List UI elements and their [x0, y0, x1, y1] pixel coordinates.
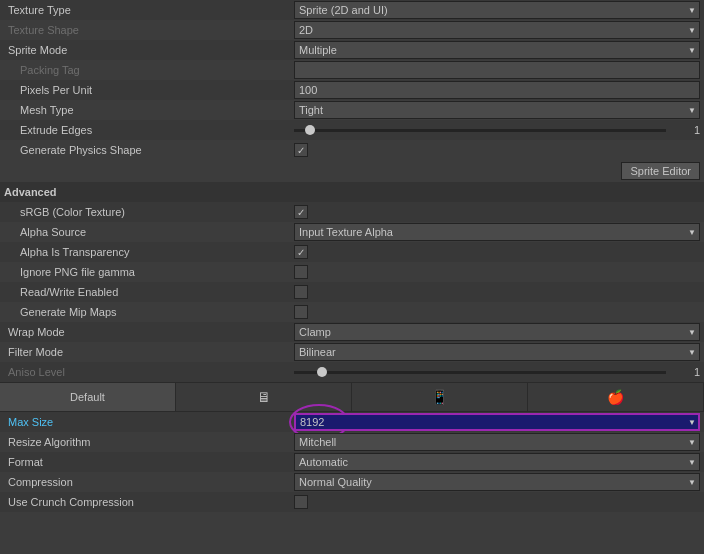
pixels-per-unit-value	[294, 81, 700, 99]
tab-ios[interactable]: 🍎	[528, 383, 704, 411]
read-write-checkbox[interactable]	[294, 285, 308, 299]
ignore-png-row: Ignore PNG file gamma	[0, 262, 704, 282]
srgb-label: sRGB (Color Texture)	[4, 206, 294, 218]
alpha-source-select[interactable]: Input Texture Alpha	[294, 223, 700, 241]
alpha-source-value: Input Texture Alpha	[294, 223, 700, 241]
use-crunch-checkbox[interactable]	[294, 495, 308, 509]
format-row: Format Automatic	[0, 452, 704, 472]
tab-default-label: Default	[70, 391, 105, 403]
advanced-label: Advanced	[4, 186, 57, 198]
mesh-type-value: Tight	[294, 101, 700, 119]
extrude-edges-slider-container: 1	[294, 124, 700, 136]
alpha-source-dropdown-wrapper[interactable]: Input Texture Alpha	[294, 223, 700, 241]
extrude-edges-row: Extrude Edges 1	[0, 120, 704, 140]
aniso-level-label: Aniso Level	[4, 366, 294, 378]
sprite-mode-dropdown-wrapper[interactable]: Multiple	[294, 41, 700, 59]
extrude-edges-slider[interactable]	[294, 129, 666, 132]
use-crunch-value	[294, 495, 700, 509]
sprite-mode-value: Multiple	[294, 41, 700, 59]
platform-tabs: Default 🖥 📱 🍎	[0, 382, 704, 412]
generate-mip-checkbox[interactable]	[294, 305, 308, 319]
wrap-mode-label: Wrap Mode	[4, 326, 294, 338]
generate-physics-value	[294, 143, 700, 157]
aniso-level-value: 1	[294, 366, 700, 378]
mesh-type-dropdown-wrapper[interactable]: Tight	[294, 101, 700, 119]
resize-algorithm-select[interactable]: Mitchell	[294, 433, 700, 451]
srgb-checkbox[interactable]	[294, 205, 308, 219]
alpha-transparency-label: Alpha Is Transparency	[4, 246, 294, 258]
compression-row: Compression Normal Quality	[0, 472, 704, 492]
srgb-value	[294, 205, 700, 219]
alpha-transparency-value	[294, 245, 700, 259]
generate-mip-row: Generate Mip Maps	[0, 302, 704, 322]
sprite-mode-select[interactable]: Multiple	[294, 41, 700, 59]
max-size-highlight-container: 8192 4096 2048 1024 512 256	[294, 413, 700, 431]
tab-default[interactable]: Default	[0, 383, 176, 411]
filter-mode-select[interactable]: Bilinear	[294, 343, 700, 361]
wrap-mode-select[interactable]: Clamp	[294, 323, 700, 341]
filter-mode-dropdown-wrapper[interactable]: Bilinear	[294, 343, 700, 361]
ignore-png-label: Ignore PNG file gamma	[4, 266, 294, 278]
read-write-label: Read/Write Enabled	[4, 286, 294, 298]
packing-tag-row: Packing Tag	[0, 60, 704, 80]
texture-shape-select[interactable]: 2D	[294, 21, 700, 39]
texture-type-select[interactable]: Sprite (2D and UI)	[294, 1, 700, 19]
use-crunch-row: Use Crunch Compression	[0, 492, 704, 512]
filter-mode-row: Filter Mode Bilinear	[0, 342, 704, 362]
android-icon: 📱	[431, 389, 448, 405]
texture-type-dropdown-wrapper[interactable]: Sprite (2D and UI)	[294, 1, 700, 19]
advanced-header: Advanced	[0, 182, 704, 202]
filter-mode-value: Bilinear	[294, 343, 700, 361]
max-size-select[interactable]: 8192 4096 2048 1024 512 256	[294, 413, 700, 431]
format-value: Automatic	[294, 453, 700, 471]
sprite-editor-button[interactable]: Sprite Editor	[621, 162, 700, 180]
ignore-png-checkbox[interactable]	[294, 265, 308, 279]
compression-value: Normal Quality	[294, 473, 700, 491]
read-write-value	[294, 285, 700, 299]
pixels-per-unit-row: Pixels Per Unit	[0, 80, 704, 100]
packing-tag-label: Packing Tag	[4, 64, 294, 76]
resize-algorithm-value: Mitchell	[294, 433, 700, 451]
max-size-value: 8192 4096 2048 1024 512 256	[294, 413, 700, 431]
extrude-edges-number: 1	[670, 124, 700, 136]
texture-type-row: Texture Type Sprite (2D and UI)	[0, 0, 704, 20]
wrap-mode-value: Clamp	[294, 323, 700, 341]
alpha-source-row: Alpha Source Input Texture Alpha	[0, 222, 704, 242]
sprite-mode-row: Sprite Mode Multiple	[0, 40, 704, 60]
texture-shape-dropdown-wrapper[interactable]: 2D	[294, 21, 700, 39]
format-dropdown-wrapper[interactable]: Automatic	[294, 453, 700, 471]
aniso-level-number: 1	[670, 366, 700, 378]
mesh-type-select[interactable]: Tight	[294, 101, 700, 119]
texture-shape-row: Texture Shape 2D	[0, 20, 704, 40]
texture-type-value: Sprite (2D and UI)	[294, 1, 700, 19]
texture-import-panel: Texture Type Sprite (2D and UI) Texture …	[0, 0, 704, 512]
tab-android[interactable]: 📱	[352, 383, 528, 411]
alpha-transparency-row: Alpha Is Transparency	[0, 242, 704, 262]
extrude-edges-value: 1	[294, 124, 700, 136]
sprite-mode-label: Sprite Mode	[4, 44, 294, 56]
pixels-per-unit-input[interactable]	[294, 81, 700, 99]
aniso-level-slider-container: 1	[294, 366, 700, 378]
srgb-row: sRGB (Color Texture)	[0, 202, 704, 222]
wrap-mode-row: Wrap Mode Clamp	[0, 322, 704, 342]
alpha-transparency-checkbox[interactable]	[294, 245, 308, 259]
compression-dropdown-wrapper[interactable]: Normal Quality	[294, 473, 700, 491]
max-size-dropdown-wrapper[interactable]: 8192 4096 2048 1024 512 256	[294, 413, 700, 431]
ignore-png-value	[294, 265, 700, 279]
mesh-type-label: Mesh Type	[4, 104, 294, 116]
filter-mode-label: Filter Mode	[4, 346, 294, 358]
wrap-mode-dropdown-wrapper[interactable]: Clamp	[294, 323, 700, 341]
alpha-source-label: Alpha Source	[4, 226, 294, 238]
compression-select[interactable]: Normal Quality	[294, 473, 700, 491]
resize-algorithm-dropdown-wrapper[interactable]: Mitchell	[294, 433, 700, 451]
generate-physics-checkbox[interactable]	[294, 143, 308, 157]
tab-monitor[interactable]: 🖥	[176, 383, 352, 411]
aniso-level-slider[interactable]	[294, 371, 666, 374]
packing-tag-value	[294, 61, 700, 79]
read-write-row: Read/Write Enabled	[0, 282, 704, 302]
aniso-level-row: Aniso Level 1	[0, 362, 704, 382]
resize-algorithm-row: Resize Algorithm Mitchell	[0, 432, 704, 452]
format-select[interactable]: Automatic	[294, 453, 700, 471]
packing-tag-input[interactable]	[294, 61, 700, 79]
max-size-row: Max Size 8192 4096 2048 1024 512 256	[0, 412, 704, 432]
